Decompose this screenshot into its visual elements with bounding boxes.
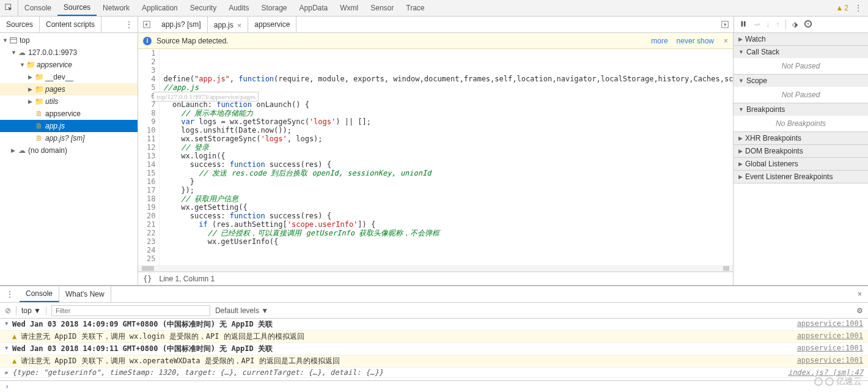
sidebar-overflow-icon[interactable]: ⋮: [120, 20, 138, 29]
tree-item[interactable]: ▶📁__dev__: [0, 71, 138, 83]
svg-rect-7: [10, 38, 17, 43]
pause-icon[interactable]: [739, 20, 748, 30]
editor-status-bar: {} Line 1, Column 1: [138, 272, 733, 285]
console-drawer: ⋮ ConsoleWhat's New × ⊘ top ▼ Default le…: [0, 285, 868, 392]
top-tab-trace[interactable]: Trace: [400, 0, 430, 16]
step-over-icon[interactable]: ⤻: [754, 20, 760, 29]
clear-console-icon[interactable]: ⊘: [5, 306, 11, 315]
sub-tab-sources[interactable]: Sources: [0, 17, 40, 32]
debugger-right-panel: ▶Watch▼Call StackNot Paused▼ScopeNot Pau…: [734, 33, 868, 285]
warnings-count[interactable]: ▲ 2: [836, 4, 848, 12]
step-into-icon[interactable]: ↓: [766, 20, 770, 29]
console-toolbar: ⊘ top ▼ Default levels ▼ ⚙: [0, 303, 868, 319]
tree-item[interactable]: 🗎app.js? [sm]: [0, 132, 138, 144]
top-tab-sensor[interactable]: Sensor: [364, 0, 400, 16]
svg-rect-3: [741, 21, 743, 26]
pretty-print-icon[interactable]: {}: [143, 275, 152, 283]
debugger-controls: ⤻ ↓ ↑ ⬗: [734, 17, 868, 32]
panel-section-header[interactable]: ▶Global Listeners: [734, 158, 868, 170]
svg-rect-4: [744, 21, 746, 26]
tree-item[interactable]: 🗎app.js: [0, 120, 138, 132]
gear-icon[interactable]: ⚙: [856, 306, 863, 315]
console-log-row[interactable]: ▼Wed Jan 03 2018 14:09:09 GMT+0800 (中国标准…: [0, 319, 868, 331]
tree-item[interactable]: ▼☁127.0.0.1:9973: [0, 46, 138, 59]
tree-item[interactable]: 🗎appservice: [0, 108, 138, 120]
panel-section-header[interactable]: ▼Scope: [734, 75, 868, 87]
top-tab-console[interactable]: Console: [18, 0, 57, 16]
console-log-row[interactable]: ▲请注意无 AppID 关联下，调用 wx.operateWXData 是受限的…: [0, 355, 868, 368]
code-editor-area: i Source Map detected. more never show ×…: [138, 33, 734, 285]
file-tab[interactable]: app.js×: [208, 17, 249, 32]
code-editor[interactable]: 1 2 3 4 5 6 7 8 9 10 11 12 13 14 15 16 1…: [138, 49, 733, 265]
tree-item[interactable]: ▶📁pages: [0, 83, 138, 95]
svg-rect-6: [807, 23, 809, 24]
tree-item[interactable]: ▼top: [0, 34, 138, 46]
pause-exceptions-icon[interactable]: [804, 20, 812, 30]
console-menu-icon[interactable]: ⋮: [0, 290, 20, 298]
console-tab[interactable]: Console: [20, 286, 59, 302]
log-levels-dropdown[interactable]: Default levels ▼: [215, 306, 268, 315]
info-icon: i: [143, 37, 152, 45]
info-more-link[interactable]: more: [651, 37, 668, 45]
context-selector[interactable]: top ▼: [21, 306, 41, 315]
top-tab-wxml[interactable]: Wxml: [334, 0, 364, 16]
close-icon[interactable]: ×: [237, 21, 242, 30]
panel-section-body: No Breakpoints: [734, 116, 868, 131]
inspect-icon[interactable]: [0, 0, 18, 16]
file-tab[interactable]: app.js? [sm]: [155, 17, 208, 32]
devtools-menu-icon[interactable]: ⋮: [848, 4, 868, 12]
panel-section-header[interactable]: ▼Breakpoints: [734, 103, 868, 116]
top-tab-sources[interactable]: Sources: [57, 0, 97, 16]
panel-section-header[interactable]: ▶DOM Breakpoints: [734, 145, 868, 157]
close-icon[interactable]: ×: [724, 37, 728, 45]
console-log-row[interactable]: ▲请注意无 AppID 关联下，调用 wx.login 是受限的，API 的返回…: [0, 331, 868, 343]
console-tab[interactable]: What's New: [59, 286, 111, 302]
tree-item[interactable]: ▼📁appservice: [0, 59, 138, 71]
sources-subtab-row: SourcesContent scripts ⋮ app.js? [sm]app…: [0, 17, 868, 33]
cursor-position: Line 1, Column 1: [159, 275, 215, 283]
panel-section-header[interactable]: ▶Watch: [734, 33, 868, 45]
top-tab-storage[interactable]: Storage: [256, 0, 293, 16]
deactivate-breakpoints-icon[interactable]: ⬗: [792, 20, 798, 29]
console-filter-input[interactable]: [51, 305, 210, 316]
close-icon[interactable]: ×: [851, 290, 868, 298]
tree-item[interactable]: ▶📁utils: [0, 95, 138, 108]
panel-section-header[interactable]: ▶XHR Breakpoints: [734, 132, 868, 144]
top-tab-audits[interactable]: Audits: [223, 0, 255, 16]
console-prompt[interactable]: ›: [0, 380, 868, 392]
file-tab[interactable]: appservice: [248, 17, 296, 32]
path-hint-tooltip: top/127.0.0.1:9973/appservice/pages: [153, 92, 259, 102]
tree-item[interactable]: ▶☁(no domain): [0, 144, 138, 157]
panel-section-body: Not Paused: [734, 58, 868, 74]
info-never-show-link[interactable]: never show: [677, 37, 714, 45]
nav-back-icon[interactable]: [138, 17, 155, 32]
console-log-row[interactable]: ▶{type: "getuserinfo", timeStamp: 1320, …: [0, 368, 868, 378]
console-log-row[interactable]: ▼Wed Jan 03 2018 14:09:11 GMT+0800 (中国标准…: [0, 343, 868, 355]
top-tab-security[interactable]: Security: [184, 0, 223, 16]
step-out-icon[interactable]: ↑: [776, 20, 779, 29]
top-tab-network[interactable]: Network: [97, 0, 136, 16]
top-tab-appdata[interactable]: AppData: [293, 0, 334, 16]
source-map-info-bar: i Source Map detected. more never show ×: [138, 33, 733, 49]
top-tab-application[interactable]: Application: [136, 0, 184, 16]
panel-section-body: Not Paused: [734, 87, 868, 103]
sub-tab-content-scripts[interactable]: Content scripts: [40, 17, 101, 32]
toggle-debugger-icon[interactable]: [716, 17, 734, 32]
panel-section-header[interactable]: ▼Call Stack: [734, 46, 868, 58]
console-log: ▼Wed Jan 03 2018 14:09:09 GMT+0800 (中国标准…: [0, 319, 868, 380]
devtools-top-tabs: ConsoleSourcesNetworkApplicationSecurity…: [0, 0, 868, 17]
file-tree: ▼top▼☁127.0.0.1:9973▼📁appservice▶📁__dev_…: [0, 33, 138, 285]
info-text: Source Map detected.: [156, 37, 228, 45]
panel-section-header[interactable]: ▶Event Listener Breakpoints: [734, 171, 868, 183]
watermark: 亿速云: [814, 376, 862, 387]
